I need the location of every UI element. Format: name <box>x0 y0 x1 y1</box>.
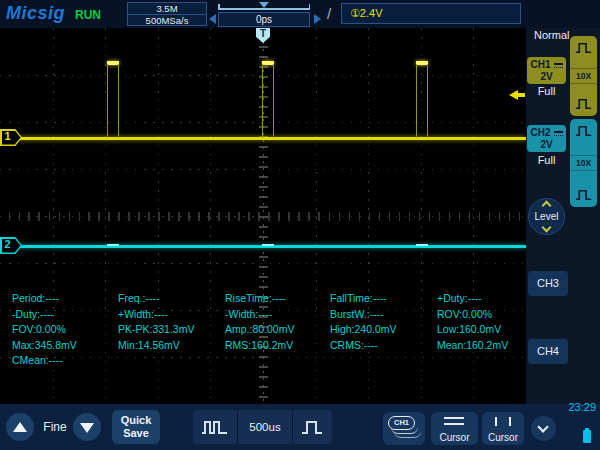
trigger-level-readout[interactable]: ①2.4V <box>341 3 521 24</box>
meas-high: High:240.0mV <box>330 322 397 338</box>
ch1-badge-row1: CH1 <box>527 59 566 71</box>
meas-amp: Amp.:80.00mV <box>225 322 294 338</box>
trigger-arrow-tail <box>518 93 525 97</box>
meas-fov: FOV:0.00% <box>12 322 77 338</box>
ch2-pulse-icon-2 <box>575 188 592 202</box>
acquisition-info-box[interactable]: 3.5M 500MSa/s <box>127 2 207 26</box>
level-up-chevron-icon <box>541 201 551 211</box>
ch2-badge[interactable]: CH2 2V <box>527 125 566 152</box>
ch1-pulse-edge <box>118 64 119 138</box>
horizontal-position-readout[interactable]: 0ps <box>218 12 310 27</box>
timebase-zoom-out-button[interactable] <box>193 410 238 444</box>
meas-pkpk: PK-PK:331.3mV <box>118 322 194 338</box>
quick-save-button[interactable]: Quick Save <box>112 410 160 444</box>
memory-position-bar[interactable] <box>218 2 310 12</box>
meas-rov: ROV:0.00% <box>437 307 508 323</box>
ch1-pulse-edge <box>416 64 417 138</box>
meas-pos-width: +Width:---- <box>118 307 194 323</box>
fine-label: Fine <box>40 420 70 434</box>
meas-risetime: RiseTime:---- <box>225 291 294 307</box>
ch2-ground-flag[interactable]: 2 <box>0 237 22 254</box>
ch1-badge[interactable]: CH1 2V <box>527 57 566 84</box>
ch1-pulse-edge <box>262 64 263 138</box>
meas-mean: Mean:160.2mV <box>437 338 508 354</box>
ch3-button[interactable]: CH3 <box>528 271 568 296</box>
oscilloscope-screen: Micsig RUN 3.5M 500MSa/s 0ps / ①2.4V T 1 <box>0 0 600 450</box>
center-horizontal-axis-ticks <box>0 212 526 221</box>
waveform-display[interactable]: T 1 2 Period:---- -Duty:---- FOV:0.00% M… <box>0 28 526 404</box>
meas-max: Max:345.8mV <box>12 338 77 354</box>
meas-pos-duty: +Duty:---- <box>437 291 508 307</box>
ch1-pulse-edge <box>107 64 108 138</box>
acquire-mode-label[interactable]: Normal <box>534 29 569 41</box>
adjust-up-button[interactable] <box>6 413 34 441</box>
ch1-pulse-icon <box>575 41 592 55</box>
vertical-cursor-button[interactable]: Cursor <box>482 412 524 445</box>
run-status[interactable]: RUN <box>75 8 101 22</box>
meas-period: Period:---- <box>12 291 77 307</box>
collapse-menu-button[interactable] <box>531 416 556 441</box>
timebase-zoom-in-button[interactable] <box>293 410 331 444</box>
channel-select-button[interactable]: CH1 <box>383 412 425 445</box>
ch1-probe-panel[interactable]: 10X <box>570 36 597 116</box>
meas-crms: CRMS:---- <box>330 338 397 354</box>
measurement-column-2: Freq.:---- +Width:---- PK-PK:331.3mV Min… <box>118 291 194 353</box>
ch1-attenuation: 10X <box>570 68 597 84</box>
single-pulse-icon <box>301 419 323 436</box>
dc-coupling-icon <box>554 63 563 68</box>
ch2-flag-number: 2 <box>0 238 15 250</box>
ch1-name: CH1 <box>530 59 550 70</box>
vertical-cursor-label: Cursor <box>482 432 524 443</box>
meas-neg-duty: -Duty:---- <box>12 307 77 323</box>
ch2-bandwidth: Full <box>527 154 566 166</box>
horizontal-cursor-button[interactable]: Cursor <box>431 412 478 445</box>
horizontal-cursor-label: Cursor <box>431 432 478 443</box>
ch1-pulse-edge <box>427 64 428 138</box>
meas-falltime: FallTime:---- <box>330 291 397 307</box>
measurement-column-4: FallTime:---- BurstW.:---- High:240.0mV … <box>330 291 397 353</box>
timebase-readout[interactable]: 500us <box>238 410 293 444</box>
up-triangle-icon <box>13 422 27 432</box>
measurement-column-3: RiseTime:---- -Width:---- Amp.:80.00mV R… <box>225 291 294 353</box>
ch2-attenuation: 10X <box>570 155 597 171</box>
bar-line <box>218 8 310 10</box>
trigger-level-arrow-icon[interactable] <box>509 90 525 100</box>
battery-icon <box>583 430 591 443</box>
bar-right-bracket <box>309 4 311 10</box>
meas-freq: Freq.:---- <box>118 291 194 307</box>
right-sidebar: Normal 10X CH1 2V Full 10X CH2 2V Full L… <box>526 28 600 404</box>
meas-rms: RMS:160.2mV <box>225 338 294 354</box>
meas-burstw: BurstW.:---- <box>330 307 397 323</box>
horizontal-cursor-icon <box>444 417 464 429</box>
ch1-ground-flag[interactable]: 1 <box>0 129 22 146</box>
meas-low: Low:160.0mV <box>437 322 508 338</box>
meas-neg-width: -Width:---- <box>225 307 294 323</box>
timebase-control[interactable]: 500us <box>193 410 332 444</box>
vertical-cursor-icon <box>495 417 511 426</box>
pan-left-icon[interactable] <box>209 14 216 24</box>
measurement-column-1: Period:---- -Duty:---- FOV:0.00% Max:345… <box>12 291 77 369</box>
meas-min: Min:14.56mV <box>118 338 194 354</box>
ch2-name: CH2 <box>530 127 550 138</box>
pulse-train-icon <box>201 419 229 436</box>
level-button[interactable]: Level <box>528 198 565 235</box>
level-label: Level <box>535 211 559 222</box>
ch2-pulse-icon <box>575 124 592 138</box>
ch4-button[interactable]: CH4 <box>528 339 568 364</box>
adjust-down-button[interactable] <box>73 413 101 441</box>
ch1-scale: 2V <box>527 71 566 83</box>
clock: 23:29 <box>568 401 596 413</box>
ch2-badge-row1: CH2 <box>527 127 566 139</box>
trigger-arrow-head <box>509 90 518 100</box>
ch1-flag-number: 1 <box>0 130 15 142</box>
chevron-down-icon <box>537 421 548 432</box>
ch1-pulse-icon-2 <box>575 97 592 111</box>
rising-edge-icon: / <box>327 5 331 22</box>
pan-right-icon[interactable] <box>314 14 321 24</box>
level-down-chevron-icon <box>541 223 551 233</box>
ch2-probe-panel[interactable]: 10X <box>570 119 597 207</box>
ch2-scale: 2V <box>527 139 566 151</box>
meas-cmean: CMean:---- <box>12 353 77 369</box>
memory-depth: 3.5M <box>128 3 206 15</box>
top-bar: Micsig RUN 3.5M 500MSa/s 0ps / ①2.4V <box>0 0 600 28</box>
